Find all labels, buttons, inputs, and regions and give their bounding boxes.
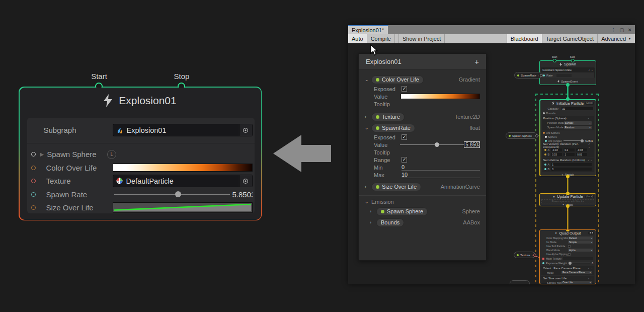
chevron-down-icon[interactable]: ⌄ [365,125,371,130]
min-input[interactable]: 0 [401,164,480,171]
property-pill[interactable]: Texture [371,113,405,121]
property-texture[interactable]: › Texture Texture2D [359,111,486,122]
texture-object-field[interactable]: DefaultParticle [113,175,253,187]
auto-button[interactable]: Auto [348,34,367,43]
set-lifetime-block[interactable]: Set Lifetime Random (Uniform) ✓ ⌄ A 1 B … [542,158,594,172]
blackboard-button[interactable]: Blackboard [507,34,542,43]
alpha-clipping-checkbox[interactable] [568,253,571,256]
add-property-button[interactable]: + [474,57,479,66]
soft-particle-checkbox[interactable] [568,245,571,248]
block-toggle-icons[interactable]: ✓ ⌄ [588,159,593,162]
constant-spawn-rate-block[interactable]: Constant Spawn Rate ✓ ⌄ Rate [541,67,595,78]
sphere-port[interactable] [545,136,547,138]
spawn-rate-slider[interactable] [114,194,230,195]
chevron-right-icon[interactable]: › [365,184,371,189]
spawn-output-port[interactable] [566,83,570,87]
value-number-field[interactable]: 5.85034 [464,141,480,148]
initialize-output-port[interactable] [566,175,570,178]
initialize-particle-node[interactable]: Initialize Particle (Local) Capacity 32 … [539,99,596,176]
exposed-checkbox[interactable]: ✓ [401,134,407,140]
exposed-checkbox[interactable]: ✓ [401,86,407,92]
lifetime-a-field[interactable]: 1 [551,163,591,166]
slider-handle[interactable] [435,142,439,147]
spawn-rate-port[interactable] [31,192,36,197]
foldout-arrow-icon[interactable]: ▶ [40,151,44,157]
color-mapping-dropdown[interactable]: Default▾ [568,237,593,240]
block-toggle-icons[interactable]: ✓ ⌄ [588,68,593,71]
value-slider[interactable] [400,144,464,145]
spawn-context-node[interactable]: Start Stop Spawn Constant Spawn Rate ✓ ⌄ [539,60,596,85]
spawnrate-parameter-pill[interactable]: SpawnRate › [514,72,542,79]
space-badge[interactable]: (Local) [585,102,594,105]
lifetime-b-field[interactable]: 3 [551,168,591,171]
arc-value[interactable]: 6.2831 [585,139,593,142]
b-port[interactable] [544,168,546,170]
quad-output-node[interactable]: ▼ Quad Output Color Mapping Mode Default… [539,229,596,284]
maximize-icon[interactable]: ▢ [619,27,624,33]
property-size-over-life[interactable]: › Size Over Life AnimationCurve [359,181,486,192]
arc-port[interactable] [545,140,547,142]
size-over-life-port[interactable] [31,205,36,210]
position-mode-dropdown[interactable]: Surface▾ [564,121,592,125]
property-pill[interactable]: Bounds [376,218,404,227]
spawn-mode-dropdown[interactable]: Random▾ [564,126,592,129]
spawn-rate-value[interactable]: 5.85034 [232,190,253,199]
a-z-field[interactable]: -0.03 [576,148,587,151]
texture-picker-button[interactable] [239,175,252,187]
b-port[interactable] [544,153,546,155]
chevron-down-icon[interactable]: ⌄ [365,199,371,204]
property-color-over-life[interactable]: ⌄ Color Over Life Gradient [359,74,486,85]
gradient-field[interactable] [113,164,253,172]
subgraph-object-field[interactable]: Explosion01 [113,124,253,136]
graph-canvas[interactable]: Explosion01 + ⌄ Color Over Life Gradient… [348,43,635,284]
slider-handle[interactable] [581,139,584,142]
tab-explosion01[interactable]: Explosion01* [348,25,388,34]
b-x-field[interactable]: 0.03 [551,153,562,156]
arc-sphere-port[interactable] [543,132,545,134]
clipped-parameter-pill[interactable] [510,280,530,284]
subgraph-node-explosion01[interactable]: Start Stop Explosion01 Subgraph [19,87,262,220]
texture-parameter-pill[interactable]: Texture › [514,252,535,258]
slider-handle[interactable] [175,191,181,197]
uv-mode-dropdown[interactable]: Simple▾ [568,241,593,244]
bounds-port[interactable] [543,112,545,114]
exposure-slider[interactable] [569,263,590,263]
capacity-field[interactable]: 32 [561,107,593,110]
pill-output-port[interactable] [535,134,538,137]
range-checkbox[interactable]: ✓ [401,157,407,163]
exposure-value[interactable]: 0 [592,262,593,265]
texture-port[interactable] [31,179,36,183]
local-space-badge[interactable]: L [107,150,116,159]
property-bounds[interactable]: › Bounds AABox [359,217,486,228]
a-port[interactable] [544,164,546,166]
spawn-sphere-parameter-pill[interactable]: Spawn Sphere › [506,132,537,139]
update-particle-node[interactable]: ▼ Update Particle (Local) Press space to… [539,193,596,206]
chevron-down-icon[interactable]: ⌄ [365,77,371,82]
chevron-right-icon[interactable]: › [365,114,371,119]
object-picker-button[interactable] [239,124,252,136]
property-pill[interactable]: Spawn Sphere [376,207,428,216]
pill-output-port[interactable] [533,254,536,257]
block-toggle-icons[interactable]: ✓ ⌄ [588,142,593,148]
chevron-right-icon[interactable]: › [370,209,376,214]
property-spawnrate[interactable]: ⌄ SpawnRate float [359,122,486,133]
orient-mode-dropdown[interactable]: Face Camera Plane▾ [561,271,592,274]
max-input[interactable]: 10 [401,172,480,178]
curve-field[interactable] [113,202,253,213]
main-texture-port[interactable] [542,258,544,260]
show-in-project-button[interactable]: Show in Project [399,34,445,43]
chevron-right-icon[interactable]: › [370,220,376,225]
target-gameobject-button[interactable]: Target GameObject [542,34,597,43]
a-y-field[interactable]: 0.2 [564,148,575,151]
set-velocity-block[interactable]: Set Velocity Random (Per-component) ✓ ⌄ … [542,143,594,158]
close-icon[interactable]: ✕ [628,27,632,33]
gradient-value-field[interactable] [400,94,480,99]
pill-output-port[interactable] [540,74,543,77]
a-x-field[interactable]: -0.03 [551,148,562,151]
category-emission[interactable]: ⌄ Emission [359,198,486,206]
rate-port[interactable] [543,74,545,76]
exposure-port[interactable] [542,262,544,264]
position-sphere-block[interactable]: Position (Sphere) ✓ ⌄ Position Mode Surf… [542,116,594,130]
a-port[interactable] [544,149,546,151]
slider-handle[interactable] [569,262,572,265]
